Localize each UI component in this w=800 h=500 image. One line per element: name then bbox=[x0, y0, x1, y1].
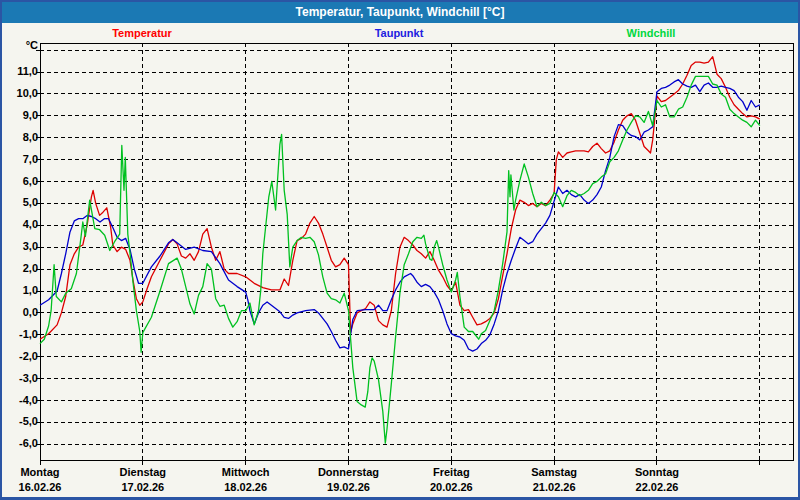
y-axis-tick-label: 9,0 bbox=[2, 109, 38, 121]
x-axis-date-label: 20.02.26 bbox=[403, 481, 499, 493]
x-axis-date-label: 21.02.26 bbox=[506, 481, 602, 493]
x-axis-day-label: Samstag bbox=[506, 466, 602, 478]
x-axis-date-label: 18.02.26 bbox=[198, 481, 294, 493]
x-axis-day-label: Dienstag bbox=[95, 466, 191, 478]
y-axis-tick-label: 11,0 bbox=[2, 65, 38, 77]
x-axis-day-label: Montag bbox=[0, 466, 88, 478]
y-axis-tick-label: 8,0 bbox=[2, 131, 38, 143]
y-axis-tick-label: -3,0 bbox=[2, 372, 38, 384]
x-axis-date-label: 19.02.26 bbox=[300, 481, 396, 493]
y-axis-tick-label: 0,0 bbox=[2, 306, 38, 318]
y-axis-tick-label: 10,0 bbox=[2, 87, 38, 99]
chart-canvas bbox=[2, 2, 798, 497]
x-axis-date-label: 22.02.26 bbox=[609, 481, 705, 493]
series-taupunkt-line bbox=[40, 80, 760, 352]
y-axis-tick-label: 1,0 bbox=[2, 284, 38, 296]
x-axis-day-label: Donnerstag bbox=[300, 466, 396, 478]
y-axis-tick-label: -4,0 bbox=[2, 394, 38, 406]
y-axis-tick-label: 4,0 bbox=[2, 218, 38, 230]
x-axis-date-label: 17.02.26 bbox=[95, 481, 191, 493]
y-axis-tick-label: -1,0 bbox=[2, 328, 38, 340]
y-axis-tick-label: -5,0 bbox=[2, 415, 38, 427]
y-axis-tick-label: 6,0 bbox=[2, 175, 38, 187]
y-axis-tick-label: 2,0 bbox=[2, 262, 38, 274]
y-axis-tick-label: 3,0 bbox=[2, 240, 38, 252]
plot-frame bbox=[40, 43, 793, 460]
y-axis-tick-label: -2,0 bbox=[2, 350, 38, 362]
weather-chart-window: Temperatur, Taupunkt, Windchill [°C] Tem… bbox=[0, 0, 800, 500]
x-axis-day-label: Freitag bbox=[403, 466, 499, 478]
y-axis-tick-label: 5,0 bbox=[2, 196, 38, 208]
y-axis-tick-label: -6,0 bbox=[2, 437, 38, 449]
x-axis-date-label: 16.02.26 bbox=[0, 481, 88, 493]
series-windchill-line bbox=[40, 76, 760, 443]
x-axis-day-label: Sonntag bbox=[609, 466, 705, 478]
y-axis-tick-label: 7,0 bbox=[2, 153, 38, 165]
x-axis-day-label: Mittwoch bbox=[198, 466, 294, 478]
